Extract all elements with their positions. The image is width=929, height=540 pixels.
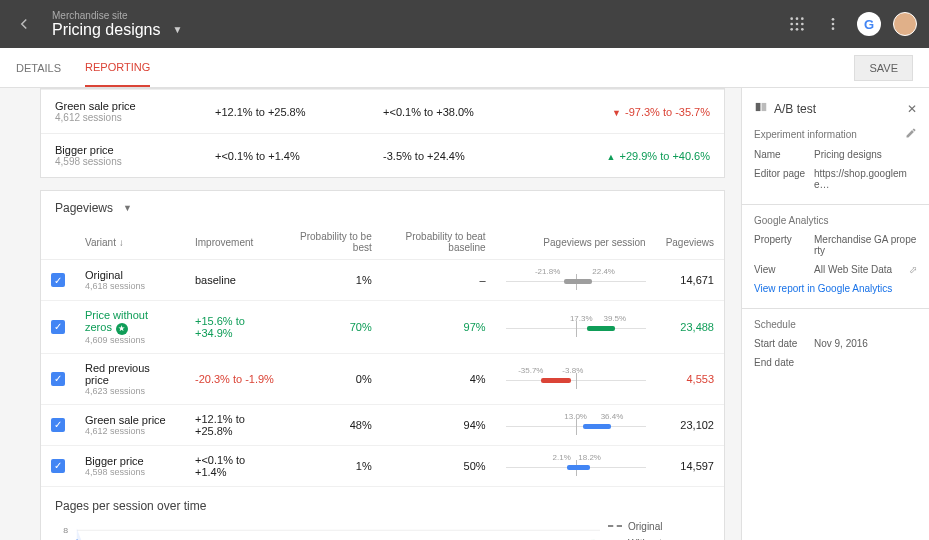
variant-prob-best: 1%: [285, 260, 382, 301]
variant-sessions: 4,623 sessions: [85, 386, 175, 396]
header-title-block[interactable]: Merchandise site Pricing designs ▼: [52, 10, 785, 39]
chevron-down-icon: ▼: [123, 203, 132, 213]
summary-row: Green sale price4,612 sessions +12.1% to…: [41, 90, 724, 134]
boxplot: 13.0% 36.4%: [506, 413, 646, 437]
variant-name[interactable]: Green sale price: [85, 414, 175, 426]
side-end-value: [814, 357, 917, 368]
summary-col3: ▼-97.3% to -35.7%: [612, 106, 710, 118]
summary-sessions: 4,598 sessions: [55, 156, 187, 167]
variant-pageviews: 23,102: [656, 404, 724, 445]
variant-name[interactable]: Red previous price: [85, 362, 175, 386]
variant-checkbox[interactable]: ✓: [51, 372, 65, 386]
header-subtitle: Merchandise site: [52, 10, 785, 21]
side-name-value: Pricing designs: [814, 149, 917, 160]
col-variant[interactable]: Variant: [85, 237, 116, 248]
svg-rect-20: [756, 103, 761, 111]
variant-checkbox[interactable]: ✓: [51, 273, 65, 287]
summary-name: Bigger price: [55, 144, 187, 156]
summary-col1: +<0.1% to +1.4%: [201, 134, 369, 178]
col-pps[interactable]: Pageviews per session: [496, 225, 656, 260]
summary-name: Green sale price: [55, 100, 187, 112]
svg-rect-21: [762, 103, 767, 111]
variant-name[interactable]: Bigger price: [85, 455, 175, 467]
summary-row: Bigger price4,598 sessions +<0.1% to +1.…: [41, 134, 724, 178]
svg-point-9: [832, 18, 835, 21]
legend-swatch: [608, 525, 622, 527]
apps-grid-icon[interactable]: [785, 12, 809, 36]
avatar[interactable]: [893, 12, 917, 36]
google-badge-icon[interactable]: G: [857, 12, 881, 36]
page-title: Pricing designs: [52, 21, 161, 39]
summary-col1: +12.1% to +25.8%: [201, 90, 369, 134]
svg-point-4: [796, 23, 799, 26]
variant-sessions: 4,609 sessions: [85, 335, 175, 345]
svg-point-10: [832, 23, 835, 26]
col-prob-best[interactable]: Probability to be best: [285, 225, 382, 260]
variant-row: ✓ Green sale price4,612 sessions +12.1% …: [41, 404, 724, 445]
variant-pageviews: 14,597: [656, 445, 724, 486]
col-improvement[interactable]: Improvement: [185, 225, 285, 260]
side-property-value: Merchandise GA property: [814, 234, 917, 256]
tab-details[interactable]: DETAILS: [16, 50, 61, 86]
section-ga: Google Analytics: [754, 215, 829, 226]
metric-title: Pageviews: [55, 201, 113, 215]
variant-checkbox[interactable]: ✓: [51, 459, 65, 473]
variant-prob-base: 4%: [382, 353, 496, 404]
ab-test-icon: [754, 100, 768, 117]
boxplot: 17.3% 39.5%: [506, 315, 646, 339]
variant-pageviews: 14,671: [656, 260, 724, 301]
edit-icon[interactable]: [905, 127, 917, 141]
svg-point-1: [796, 17, 799, 20]
svg-point-3: [790, 23, 793, 26]
variant-improvement: baseline: [185, 260, 285, 301]
variant-prob-best: 70%: [285, 301, 382, 354]
summary-col2: -3.5% to +24.4%: [369, 134, 538, 178]
col-pageviews[interactable]: Pageviews: [656, 225, 724, 260]
boxplot: 2.1% 18.2%: [506, 454, 646, 478]
variant-sessions: 4,618 sessions: [85, 281, 175, 291]
variant-row: ✓ Bigger price4,598 sessions +<0.1% to +…: [41, 445, 724, 486]
side-title: A/B test: [774, 102, 816, 116]
variant-sessions: 4,612 sessions: [85, 426, 175, 436]
variant-improvement: +<0.1% to +1.4%: [185, 445, 285, 486]
svg-point-0: [790, 17, 793, 20]
variant-improvement: +15.6% to +34.9%: [185, 301, 285, 354]
winner-badge-icon: ★: [116, 323, 128, 335]
variant-name[interactable]: Price without zeros★: [85, 309, 175, 335]
variant-prob-base: –: [382, 260, 496, 301]
variant-sessions: 4,598 sessions: [85, 467, 175, 477]
variant-prob-base: 50%: [382, 445, 496, 486]
open-external-icon[interactable]: ⬀: [909, 264, 917, 275]
variant-prob-base: 94%: [382, 404, 496, 445]
boxplot: -35.7% -3.8%: [506, 367, 646, 391]
variant-pageviews: 4,553: [656, 353, 724, 404]
ga-report-link[interactable]: View report in Google Analytics: [754, 283, 917, 294]
svg-point-8: [801, 28, 804, 31]
variant-prob-best: 0%: [285, 353, 382, 404]
line-chart: 8642: [55, 521, 600, 541]
variant-checkbox[interactable]: ✓: [51, 320, 65, 334]
variant-name[interactable]: Original: [85, 269, 175, 281]
back-button[interactable]: [12, 12, 36, 36]
svg-text:8: 8: [63, 525, 68, 535]
variant-row: ✓ Original4,618 sessions baseline 1% – -…: [41, 260, 724, 301]
tab-reporting[interactable]: REPORTING: [85, 49, 150, 87]
dropdown-caret-icon[interactable]: ▼: [173, 24, 183, 35]
variant-checkbox[interactable]: ✓: [51, 418, 65, 432]
metric-selector[interactable]: Pageviews ▼: [41, 191, 724, 225]
more-vert-icon[interactable]: [821, 12, 845, 36]
legend-item: Original: [608, 521, 710, 532]
variant-improvement: +12.1% to +25.8%: [185, 404, 285, 445]
save-button[interactable]: SAVE: [854, 55, 913, 81]
section-experiment-info: Experiment information: [754, 129, 857, 140]
variant-prob-base: 97%: [382, 301, 496, 354]
col-prob-base[interactable]: Probability to beat baseline: [382, 225, 496, 260]
variant-prob-best: 1%: [285, 445, 382, 486]
variant-row: ✓ Price without zeros★4,609 sessions +15…: [41, 301, 724, 354]
close-icon[interactable]: ✕: [907, 102, 917, 116]
summary-col2: +<0.1% to +38.0%: [369, 90, 538, 134]
side-editor-value: https://shop.googleme…: [814, 168, 917, 190]
svg-point-5: [801, 23, 804, 26]
variant-improvement: -20.3% to -1.9%: [185, 353, 285, 404]
variant-row: ✓ Red previous price4,623 sessions -20.3…: [41, 353, 724, 404]
